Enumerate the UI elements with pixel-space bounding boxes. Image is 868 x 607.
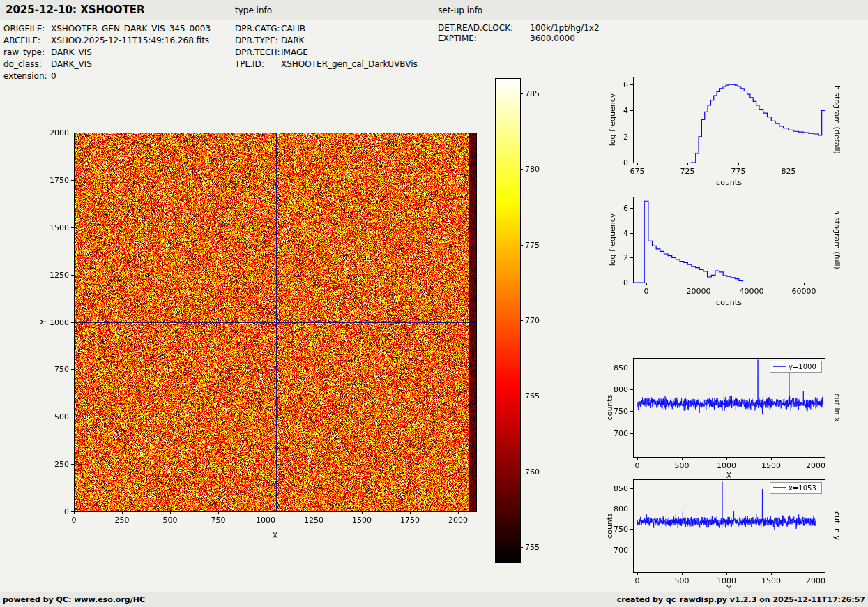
metadata-row: TPL.ID:XSHOOTER_gen_cal_DarkUVBVis [235, 59, 418, 70]
metadata-row: DPR.TECH:IMAGE [235, 47, 418, 59]
metadata-row: EXPTIME:3600.0000 [438, 33, 600, 44]
type-info-heading: type info [235, 6, 272, 15]
metadata-label: DET.READ.CLOCK: [438, 23, 530, 33]
metadata-value: XSHOO.2025-12-11T15:49:16.268.fits [51, 36, 209, 45]
metadata-value: XSHOOTER_gen_cal_DarkUVBVis [281, 59, 418, 69]
metadata-label: ORIGFILE: [3, 23, 51, 35]
metadata-row: DET.READ.CLOCK:100k/1pt/hg/1x2 [438, 23, 600, 33]
metadata-right-column: DET.READ.CLOCK:100k/1pt/hg/1x2 EXPTIME:3… [438, 23, 600, 44]
main-image-canvas [28, 112, 488, 558]
metadata-label: raw_type: [3, 47, 51, 59]
metadata-label: ARCFILE: [3, 35, 51, 47]
metadata-value: 0 [51, 71, 56, 81]
metadata-label: DPR.TECH: [235, 47, 281, 59]
metadata-value: CALIB [281, 24, 305, 33]
metadata-value: DARK [281, 36, 304, 45]
metadata-row: do_class:DARK_VIS [3, 59, 211, 70]
metadata-row: ORIGFILE:XSHOOTER_GEN_DARK_VIS_345_0003 [3, 23, 211, 35]
metadata-row: extension:0 [3, 70, 211, 82]
metadata-value: DARK_VIS [51, 59, 92, 69]
metadata-label: TPL.ID: [235, 59, 281, 70]
metadata-value: IMAGE [281, 47, 308, 57]
metadata-label: DPR.CATG: [235, 23, 281, 35]
metadata-row: raw_type:DARK_VIS [3, 47, 211, 59]
metadata-label: extension: [3, 70, 51, 82]
metadata-label: do_class: [3, 59, 51, 70]
metadata-value: 100k/1pt/hg/1x2 [530, 23, 600, 33]
metadata-row: ARCFILE:XSHOO.2025-12-11T15:49:16.268.fi… [3, 35, 211, 47]
histogram-detail-canvas [607, 65, 858, 194]
metadata-value: XSHOOTER_GEN_DARK_VIS_345_0003 [51, 24, 211, 33]
cut-in-y-canvas [607, 467, 858, 593]
cut-in-x-canvas [607, 346, 858, 482]
metadata-left-column: ORIGFILE:XSHOOTER_GEN_DARK_VIS_345_0003 … [3, 23, 211, 82]
metadata-middle-column: DPR.CATG:CALIB DPR.TYPE:DARK DPR.TECH:IM… [235, 23, 418, 70]
metadata-value: 3600.0000 [530, 33, 575, 43]
page-title: 2025-12-10: XSHOOTER [6, 3, 145, 16]
metadata-label: EXPTIME: [438, 33, 530, 44]
metadata-value: DARK_VIS [51, 47, 92, 57]
metadata-row: DPR.TYPE:DARK [235, 35, 418, 47]
colorbar-canvas [488, 73, 552, 572]
metadata-label: DPR.TYPE: [235, 35, 281, 47]
metadata-row: DPR.CATG:CALIB [235, 23, 418, 35]
footer-bar: powered by QC: www.eso.org/HC created by… [0, 592, 868, 607]
histogram-full-canvas [607, 185, 858, 314]
header-bar: 2025-12-10: XSHOOTER type info set-up in… [0, 0, 868, 20]
footer-created-by: created by qc_rawdisp.py v1.2.3 on 2025-… [617, 595, 865, 604]
footer-powered-by: powered by QC: www.eso.org/HC [3, 595, 145, 604]
setup-info-heading: set-up info [438, 6, 482, 15]
